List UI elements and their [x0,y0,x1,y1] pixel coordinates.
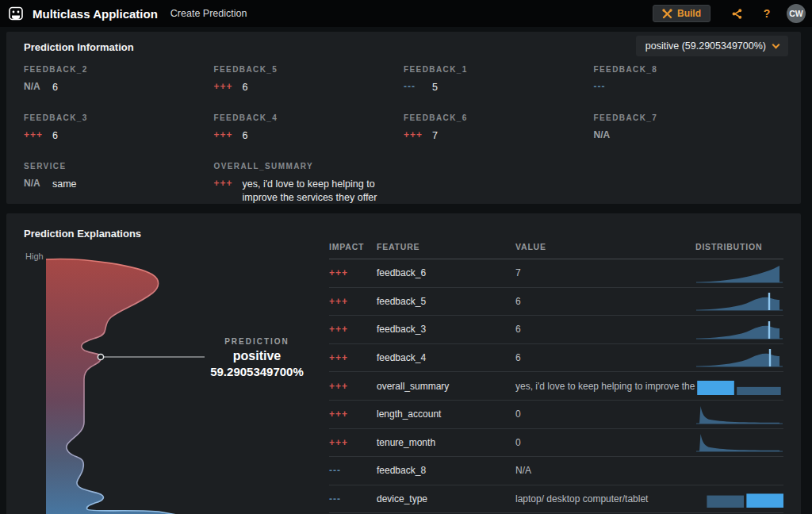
info-field-feedback_6: FEEDBACK_6+++7 [404,113,594,143]
value-cell: laptop/ desktop computer/tablet [515,493,695,504]
predicted-class: positive [195,349,319,363]
field-value: 6 [52,81,58,94]
prediction-info-title: Prediction Information [24,41,134,53]
table-row-feedback_6[interactable]: +++feedback_67 [329,259,783,288]
feature-cell: device_type [377,493,515,504]
help-icon[interactable]: ? [752,7,782,20]
feature-cell: feedback_3 [377,324,515,335]
value-cell: 6 [515,324,695,335]
field-impact-indicator: N/A [24,178,52,189]
field-impact-indicator: --- [404,81,432,92]
field-value: same [52,178,77,191]
distribution-sparkline [695,290,783,313]
share-icon[interactable] [722,8,752,20]
field-impact-indicator: +++ [214,129,243,140]
value-cell: yes, i'd love to keep helping to improve… [515,381,695,392]
table-row-tenure_month[interactable]: +++tenure_month0 [329,429,783,458]
distribution-cell [695,316,783,343]
avatar[interactable]: CW [787,4,806,23]
predicted-probability: 59.2905349700% [195,365,319,378]
distribution-sparkline [695,404,783,426]
field-value: 6 [243,129,248,143]
impact-cell: +++ [329,381,377,392]
field-value: yes, i'd love to keep helping to improve… [243,178,401,205]
distribution-sparkline [695,488,783,510]
build-button[interactable]: Build [653,5,710,22]
feature-cell: feedback_6 [377,267,515,278]
impact-cell: --- [329,465,377,476]
prediction-explanations-panel: Prediction Explanations High PREDICTION … [6,213,801,514]
table-row-feedback_3[interactable]: +++feedback_36 [329,316,783,344]
field-value: 6 [52,129,58,143]
table-row-feedback_8[interactable]: ---feedback_8N/A [329,457,783,485]
info-field-feedback_2: FEEDBACK_2N/A6 [24,65,214,94]
prediction-callout: PREDICTION positive 59.2905349700% [195,337,319,378]
feature-cell: feedback_5 [377,296,515,307]
field-label: FEEDBACK_6 [404,113,594,122]
table-row-device_type[interactable]: ---device_typelaptop/ desktop computer/t… [329,485,783,514]
field-label: FEEDBACK_2 [24,65,214,74]
value-cell: 0 [515,437,695,448]
distribution-cell [695,401,783,428]
feature-cell: length_account [377,409,515,420]
distribution-sparkline [695,319,783,341]
table-row-overall_summary[interactable]: +++overall_summaryyes, i'd love to keep … [329,372,783,401]
datarobot-logo-icon [8,6,24,21]
prediction-info-panel: Prediction Information positive (59.2905… [6,32,801,204]
field-value: 6 [243,81,248,94]
table-row-feedback_5[interactable]: +++feedback_56 [329,288,783,316]
prediction-info-fields: FEEDBACK_2N/A6FEEDBACK_5+++6FEEDBACK_1--… [24,65,783,205]
distribution-cell [695,259,783,287]
value-cell: 6 [515,296,695,307]
distribution-cell [695,457,783,485]
field-impact-indicator: +++ [24,129,52,140]
field-label: FEEDBACK_4 [214,113,404,122]
header-cell-value: VALUE [515,242,695,251]
value-cell: 6 [515,352,695,363]
field-label: FEEDBACK_3 [24,113,214,122]
prediction-label: PREDICTION [195,337,319,346]
field-label: FEEDBACK_8 [594,65,784,74]
impact-cell: +++ [329,324,377,335]
distribution-cell [695,429,783,457]
field-impact-indicator: +++ [214,81,243,92]
topbar: Multiclass Application Create Prediction… [0,0,812,27]
distribution-sparkline [695,460,783,482]
info-field-feedback_7: FEEDBACK_7N/A [594,113,784,143]
info-field-service: SERVICEN/Asame [24,162,214,205]
info-field-feedback_1: FEEDBACK_1---5 [404,65,594,94]
impact-cell: +++ [329,409,377,420]
field-impact-indicator: N/A [594,129,622,140]
table-row-feedback_4[interactable]: +++feedback_46 [329,344,783,373]
build-button-label: Build [677,8,701,19]
breadcrumb: Create Prediction [170,8,247,19]
distribution-cell [695,288,783,316]
info-field-overall_summary: OVERALL_SUMMARY+++yes, i'd love to keep … [214,162,594,205]
app-title: Multiclass Application [33,7,158,21]
explanation-table-body: +++feedback_67+++feedback_56+++feedback_… [329,259,783,513]
info-field-feedback_3: FEEDBACK_3+++6 [24,113,214,143]
prediction-violin-chart [40,247,309,514]
table-row-length_account[interactable]: +++length_account0 [329,401,783,429]
field-impact-indicator: --- [594,81,622,92]
header-cell-distribution: DISTRIBUTION [695,242,783,251]
field-label: OVERALL_SUMMARY [214,162,594,171]
value-cell: N/A [515,465,695,476]
class-selector-dropdown[interactable]: positive (59.2905349700%) [636,36,788,56]
distribution-sparkline [695,375,783,397]
impact-cell: +++ [329,352,377,363]
distribution-cell [695,372,783,400]
impact-cell: +++ [329,437,377,448]
distribution-sparkline [695,432,783,454]
feature-cell: tenure_month [377,437,515,448]
field-label: FEEDBACK_7 [594,113,784,122]
field-value: 5 [432,81,438,94]
prediction-explanations-title: Prediction Explanations [24,228,141,240]
value-cell: 7 [515,267,695,278]
field-impact-indicator: +++ [404,129,432,140]
field-label: FEEDBACK_5 [214,65,404,74]
feature-cell: feedback_8 [377,465,515,476]
impact-cell: +++ [329,267,377,278]
feature-cell: overall_summary [377,381,515,392]
impact-cell: --- [329,493,377,504]
